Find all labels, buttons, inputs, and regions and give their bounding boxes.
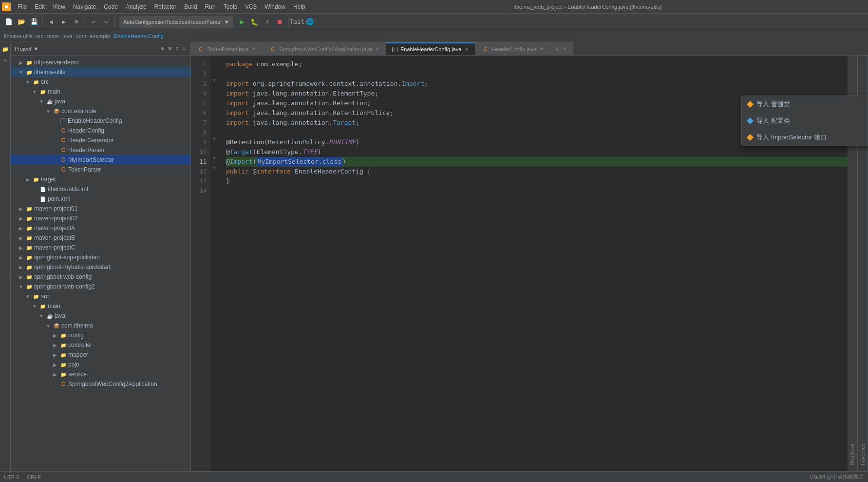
expand-arrow[interactable]: ▶	[18, 234, 24, 241]
structure-icon[interactable]: ⚙	[1, 56, 9, 64]
panel-collapse-btn[interactable]: ≡	[167, 44, 172, 53]
menu-view[interactable]: View	[49, 2, 69, 12]
expand-arrow[interactable]: ▼	[24, 293, 31, 300]
run-config-dropdown[interactable]: AutoConfigurationTests.testHeaderParser …	[119, 16, 233, 28]
tree-item-http-server-demo[interactable]: ▶ 📁 http-server-demo	[11, 58, 190, 67]
tree-item-mavenC[interactable]: ▶ 📁 maven-projectC	[11, 243, 190, 252]
tree-item-src[interactable]: ▼ 📁 src	[11, 77, 190, 87]
tail-btn[interactable]: Tail	[291, 16, 303, 28]
expand-arrow[interactable]: ▶	[52, 371, 58, 378]
tree-item-springbootapp[interactable]: C SpringbootWebConfig2Application	[11, 379, 190, 389]
menu-analyze[interactable]: Analyze	[122, 2, 151, 12]
tree-item-com-example[interactable]: ▼ 📦 com.example	[11, 106, 190, 116]
tree-item-aop[interactable]: ▶ 📁 springboot-aop-quickstart	[11, 252, 190, 262]
expand-arrow[interactable]: ▶	[18, 244, 24, 251]
stop-btn[interactable]: ⏹	[274, 16, 286, 28]
status-crlf[interactable]: CRLF	[27, 474, 41, 480]
tree-item-HeaderGenerator[interactable]: C HeaderGenerator	[11, 135, 190, 145]
tab-close-springbootapp[interactable]: ✕	[374, 46, 381, 53]
open-btn[interactable]: 📂	[16, 16, 27, 28]
bc-enableheaderconfig[interactable]: EnableHeaderConfig	[114, 33, 164, 39]
tab-close-headerconfig[interactable]: ✕	[538, 46, 545, 53]
tree-item-iml[interactable]: 📄 itheima-utils.iml	[11, 184, 190, 194]
expand-arrow[interactable]: ▼	[31, 88, 38, 95]
expand-arrow[interactable]: ▶	[18, 273, 24, 280]
tree-item-pojo[interactable]: ▶ 📁 pojo	[11, 360, 190, 369]
menu-window[interactable]: Window	[261, 2, 289, 12]
expand-arrow[interactable]: ▼	[18, 283, 24, 290]
expand-arrow[interactable]: ▶	[18, 254, 24, 261]
tab-a[interactable]: A ✕	[550, 42, 573, 55]
bc-java[interactable]: java	[62, 33, 72, 39]
tree-item-maven02[interactable]: ▶ 📁 maven-project02	[11, 213, 190, 223]
expand-arrow[interactable]: ▼	[18, 69, 24, 76]
expand-arrow[interactable]: ▼	[31, 303, 38, 309]
tab-close-tokenparser[interactable]: ✕	[250, 46, 257, 53]
tree-item-maven01[interactable]: ▶ 📁 maven-project01	[11, 204, 190, 213]
popup-item-import-sel[interactable]: 导入 ImportSelector 接口	[742, 129, 868, 146]
translate-btn[interactable]: 🌐	[304, 16, 316, 28]
expand-arrow[interactable]: ▶	[52, 342, 58, 348]
tab-springbootapp[interactable]: C SpringbootWebConfig2Application.java ✕	[263, 42, 386, 55]
expand-arrow[interactable]: ▶	[18, 205, 24, 212]
expand-arrow[interactable]: ▼	[38, 312, 45, 319]
gutter-11[interactable]: ▼	[210, 153, 218, 163]
tab-enableheaderconfig[interactable]: I EnableHeaderConfig.java ✕	[386, 42, 475, 55]
expand-arrow[interactable]: ▶	[18, 215, 24, 222]
tree-item-MyImportSelector[interactable]: C MyImportSelector	[11, 155, 190, 165]
panel-close-btn[interactable]: ✕	[181, 44, 187, 53]
save-btn[interactable]: 💾	[28, 16, 40, 28]
popup-item-normal[interactable]: 导入 普通类	[742, 96, 868, 113]
forward-btn[interactable]: ▶	[58, 16, 70, 28]
tree-item-target[interactable]: ▶ 📁 target	[11, 174, 190, 184]
tree-item-mapper[interactable]: ▶ 📁 mapper	[11, 350, 190, 360]
tab-close-a[interactable]: ✕	[561, 46, 568, 53]
run-with-coverage-btn[interactable]: ⚡	[262, 16, 273, 28]
tab-close-enableheader[interactable]: ✕	[463, 46, 470, 53]
tree-item-main2[interactable]: ▼ 📁 main	[11, 301, 190, 311]
bc-main[interactable]: main	[47, 33, 59, 39]
bc-example[interactable]: example	[90, 33, 111, 39]
tree-item-mavenA[interactable]: ▶ 📁 maven-projectA	[11, 223, 190, 233]
tree-item-TokenParser[interactable]: C TokenParser	[11, 165, 190, 174]
expand-arrow[interactable]: ▼	[45, 322, 52, 329]
tree-item-src2[interactable]: ▼ 📁 src	[11, 291, 190, 301]
recent-btn[interactable]: ⊕	[71, 16, 82, 28]
expand-arrow[interactable]: ▶	[52, 351, 58, 358]
tree-item-controller[interactable]: ▶ 📁 controller	[11, 340, 190, 350]
tree-item-EnableHeaderConfig[interactable]: I EnableHeaderConfig	[11, 116, 190, 126]
tree-item-web-config2[interactable]: ▼ 📁 springboot-web-config2	[11, 282, 190, 291]
bc-src[interactable]: src	[36, 33, 43, 39]
expand-arrow[interactable]: ▶	[18, 225, 24, 231]
menu-help[interactable]: Help	[289, 2, 309, 12]
run-btn[interactable]: ▶	[236, 16, 248, 28]
redo-btn[interactable]: ↪	[100, 16, 112, 28]
gutter-12[interactable]: ▼	[210, 163, 218, 173]
tab-tokenparser[interactable]: C TokenParser.java ✕	[191, 42, 263, 55]
menu-file[interactable]: File	[14, 2, 31, 12]
status-encoding[interactable]: UTF-8	[4, 474, 19, 480]
tree-item-mybatis[interactable]: ▶ 📁 springboot-mybatis-quickstart	[11, 262, 190, 272]
tree-item-pom[interactable]: 📄 pom.xml	[11, 194, 190, 204]
menu-run[interactable]: Run	[201, 2, 220, 12]
debug-btn[interactable]: 🐛	[249, 16, 261, 28]
menu-navigate[interactable]: Navigate	[69, 2, 100, 12]
tree-item-web-config[interactable]: ▶ 📁 springboot-web-config	[11, 272, 190, 282]
tree-item-service[interactable]: ▶ 📁 service	[11, 369, 190, 379]
expand-arrow[interactable]: ▶	[52, 332, 58, 339]
menu-tools[interactable]: Tools	[220, 2, 241, 12]
menu-vcs[interactable]: VCS	[241, 2, 261, 12]
bc-com[interactable]: com	[76, 33, 86, 39]
tree-item-config[interactable]: ▶ 📁 config	[11, 330, 190, 340]
menu-build[interactable]: Build	[180, 2, 201, 12]
expand-arrow[interactable]: ▶	[24, 176, 31, 183]
gutter-3[interactable]: ▼	[210, 75, 218, 85]
bc-itheima-utils[interactable]: itheima-utils	[4, 33, 33, 39]
menu-code[interactable]: Code	[100, 2, 122, 12]
tree-item-HeaderParser[interactable]: C HeaderParser	[11, 145, 190, 155]
undo-btn[interactable]: ↩	[88, 16, 99, 28]
panel-dropdown-icon[interactable]: ▼	[33, 46, 38, 52]
panel-locate-btn[interactable]: ⊕	[160, 44, 166, 53]
panel-settings-btn[interactable]: ⚙	[174, 44, 180, 53]
back-btn[interactable]: ◀	[45, 16, 57, 28]
